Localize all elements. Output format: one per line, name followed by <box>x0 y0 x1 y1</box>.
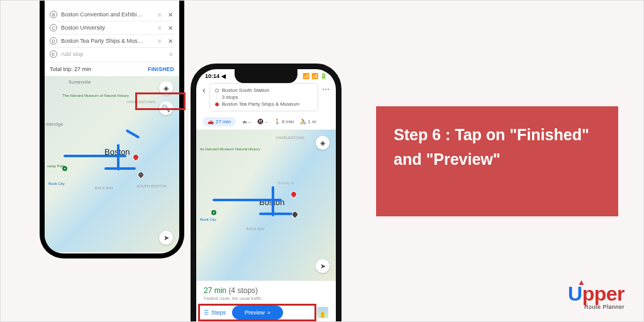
mode-car-time: 27 min <box>216 119 231 125</box>
route-header: ‹ Boston South Station ⋮3 stops Boston T… <box>196 80 336 114</box>
mode-walk-time: 8 min <box>282 119 294 125</box>
map-label-museum: The Harvard Museum of Natural History <box>62 94 129 98</box>
phone-left-screen: B Boston Convention and Exhibi… ≡ ✕ C Bo… <box>45 0 179 253</box>
trip-summary-bar: Total trip: 27 min FINISHED <box>45 62 179 76</box>
bike-icon: 🚴 <box>300 119 306 125</box>
mode-car[interactable]: 🚗 27 min <box>203 117 236 126</box>
map-label-backbay: BACK BAY <box>247 227 265 231</box>
status-icons: 📶 📶 🔋 <box>303 73 327 79</box>
back-icon[interactable]: ‹ <box>203 83 206 95</box>
travel-mode-bar: 🚗 27 min 🏍– 🚇– 🚶8 min 🚴1 m <box>196 114 336 130</box>
highlight-preview <box>198 304 316 321</box>
stop-letter-icon: D <box>50 37 57 45</box>
highlight-finished <box>135 92 186 110</box>
map-label-southboston: SOUTH BOSTON <box>136 184 167 188</box>
phone-notch <box>235 69 297 83</box>
map-label-backbay: BACK BAY <box>95 186 114 190</box>
signal-icon: 📶 <box>303 73 309 79</box>
stop-letter-icon: C <box>50 24 57 31</box>
more-icon[interactable]: ⋯ <box>322 83 330 94</box>
stop-row-c[interactable]: C Boston University ≡ ✕ <box>50 21 174 35</box>
sheet-stops: (4 stops) <box>228 286 258 295</box>
phone-right: 10:14 ◀ 📶 📶 🔋 ‹ Boston South Station ⋮3 … <box>191 64 341 322</box>
drag-handle-icon[interactable]: ≡ <box>157 25 163 31</box>
map-label-charlestown: CHARLESTOWN <box>275 136 304 140</box>
phone-right-screen: 10:14 ◀ 📶 📶 🔋 ‹ Boston South Station ⋮3 … <box>196 69 336 322</box>
stop-letter-icon: E <box>50 50 57 58</box>
close-icon[interactable]: ✕ <box>167 11 174 18</box>
total-trip-label: Total trip: 27 min <box>50 66 91 72</box>
stop-name: Boston Tea Party Ships & Mus… <box>61 38 153 44</box>
wifi-icon: 📶 <box>311 73 318 79</box>
map-pin-stop <box>131 153 140 162</box>
route-middle: 3 stops <box>222 94 238 100</box>
mode-walk[interactable]: 🚶8 min <box>274 119 294 125</box>
transit-icon: 🚇 <box>257 119 264 125</box>
map-label-cambridge: mbridge <box>46 122 63 126</box>
sheet-time: 27 min (4 stops) <box>204 286 328 295</box>
map-label-museum: he Harvard Museum Natural History <box>200 147 260 152</box>
battery-icon: 🔋 <box>320 73 327 79</box>
drag-handle-icon[interactable]: ≡ <box>168 51 174 58</box>
stop-name: Boston University <box>61 25 153 31</box>
stop-row-add[interactable]: E Add stop ≡ <box>50 48 174 60</box>
logo-pper: pper <box>582 282 625 305</box>
stop-row-d[interactable]: D Boston Tea Party Ships & Mus… ≡ ✕ <box>50 35 174 48</box>
route-start: Boston South Station <box>222 87 269 93</box>
motorcycle-icon: 🏍 <box>242 119 247 125</box>
streetview-icon[interactable] <box>317 307 328 318</box>
mode-bike-time: 1 m <box>308 119 316 125</box>
close-icon[interactable]: ✕ <box>167 25 174 31</box>
instruction-text: Step 6 : Tap on "Finished" and "Preview" <box>394 126 589 168</box>
map-label-rockcity: Rock City <box>200 218 216 222</box>
status-time: 10:14 ◀ <box>205 73 226 79</box>
map-label-somerville: Somerville <box>69 80 91 84</box>
phone-left: B Boston Convention and Exhibi… ≡ ✕ C Bo… <box>40 0 184 258</box>
map-pin-stop <box>136 170 145 179</box>
car-icon: 🚗 <box>208 119 214 125</box>
map-pin-start <box>211 210 216 215</box>
navigate-icon[interactable]: ➤ <box>316 259 330 273</box>
map-view[interactable]: CHARLESTOWN he Harvard Museum Natural Hi… <box>196 130 336 280</box>
upper-logo: ▲ Upper Route Planner <box>568 282 625 310</box>
sheet-subtitle: Fastest route, the usual traffic <box>204 296 328 301</box>
stop-row-b[interactable]: B Boston Convention and Exhibi… ≡ ✕ <box>50 8 174 21</box>
add-stop-placeholder: Add stop <box>61 51 164 57</box>
map-pin-destination <box>289 190 298 199</box>
route-end: Boston Tea Party Ships & Museum <box>222 101 299 107</box>
map-label-rockcity: Rock City <box>48 182 65 186</box>
map-pin-stop <box>291 210 299 219</box>
close-icon[interactable]: ✕ <box>167 38 174 45</box>
walk-icon: 🚶 <box>274 119 280 125</box>
drag-handle-icon[interactable]: ≡ <box>157 11 163 18</box>
instruction-panel: Step 6 : Tap on "Finished" and "Preview" <box>376 106 618 216</box>
navigate-icon[interactable]: ➤ <box>159 231 173 245</box>
map-label-bonney: Bonney St <box>278 181 294 185</box>
layers-icon[interactable]: ◈ <box>316 136 330 150</box>
stops-panel: B Boston Convention and Exhibi… ≡ ✕ C Bo… <box>45 4 179 62</box>
mode-bike[interactable]: 🚴1 m <box>300 119 316 125</box>
destination-pin-icon <box>215 103 219 106</box>
route-card[interactable]: Boston South Station ⋮3 stops Boston Tea… <box>209 83 318 111</box>
logo-u: U <box>568 282 582 305</box>
stop-letter-icon: B <box>50 11 57 18</box>
mode-transit[interactable]: 🚇– <box>257 119 267 125</box>
stop-name: Boston Convention and Exhibi… <box>61 11 153 18</box>
drag-handle-icon[interactable]: ≡ <box>157 38 163 45</box>
map-pin-start <box>62 166 67 171</box>
mode-motorcycle[interactable]: 🏍– <box>242 119 251 125</box>
finished-button[interactable]: FINISHED <box>148 66 174 72</box>
